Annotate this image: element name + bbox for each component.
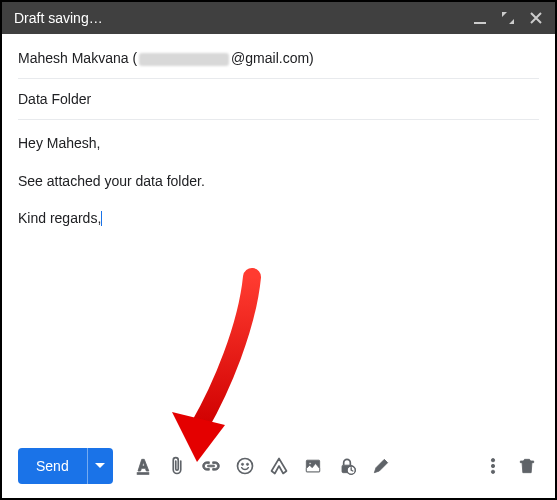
compose-header: Draft saving… — [2, 2, 555, 34]
discard-draft-icon[interactable] — [511, 450, 543, 482]
compose-window: Draft saving… Mahesh Makvana (@gmail.com… — [0, 0, 557, 500]
redacted-email-local — [139, 53, 229, 66]
insert-photo-icon[interactable] — [297, 450, 329, 482]
svg-point-12 — [491, 470, 494, 473]
format-text-icon[interactable] — [127, 450, 159, 482]
body-line: See attached your data folder. — [18, 172, 539, 192]
send-options-button[interactable] — [87, 448, 113, 484]
svg-point-6 — [309, 462, 311, 464]
draft-status: Draft saving… — [14, 10, 473, 26]
toolbar-right — [477, 450, 543, 482]
formatting-tools — [127, 450, 473, 482]
send-button-group: Send — [18, 448, 113, 484]
svg-point-10 — [491, 459, 494, 462]
minimize-icon[interactable] — [473, 11, 487, 25]
header-fields: Mahesh Makvana (@gmail.com) Data Folder — [2, 34, 555, 120]
expand-icon[interactable] — [501, 11, 515, 25]
confidential-mode-icon[interactable] — [331, 450, 363, 482]
more-options-icon[interactable] — [477, 450, 509, 482]
insert-signature-icon[interactable] — [365, 450, 397, 482]
body-line: Hey Mahesh, — [18, 134, 539, 154]
svg-rect-0 — [474, 22, 486, 24]
body-line: Kind regards, — [18, 209, 539, 229]
compose-toolbar: Send — [2, 438, 555, 498]
svg-rect-1 — [137, 473, 149, 475]
message-body[interactable]: Hey Mahesh, See attached your data folde… — [2, 120, 555, 438]
svg-point-3 — [241, 463, 243, 465]
close-icon[interactable] — [529, 11, 543, 25]
text-cursor — [101, 211, 102, 226]
svg-point-11 — [491, 464, 494, 467]
to-field[interactable]: Mahesh Makvana (@gmail.com) — [18, 38, 539, 79]
insert-link-icon[interactable] — [195, 450, 227, 482]
insert-drive-icon[interactable] — [263, 450, 295, 482]
svg-point-2 — [237, 459, 252, 474]
attach-file-icon[interactable] — [161, 450, 193, 482]
subject-field[interactable]: Data Folder — [18, 79, 539, 120]
send-button[interactable]: Send — [18, 448, 87, 484]
caret-down-icon — [95, 461, 105, 471]
recipient-domain: @gmail.com — [231, 50, 309, 66]
insert-emoji-icon[interactable] — [229, 450, 261, 482]
svg-point-4 — [246, 463, 248, 465]
recipient-name: Mahesh Makvana — [18, 50, 129, 66]
window-controls — [473, 11, 543, 25]
